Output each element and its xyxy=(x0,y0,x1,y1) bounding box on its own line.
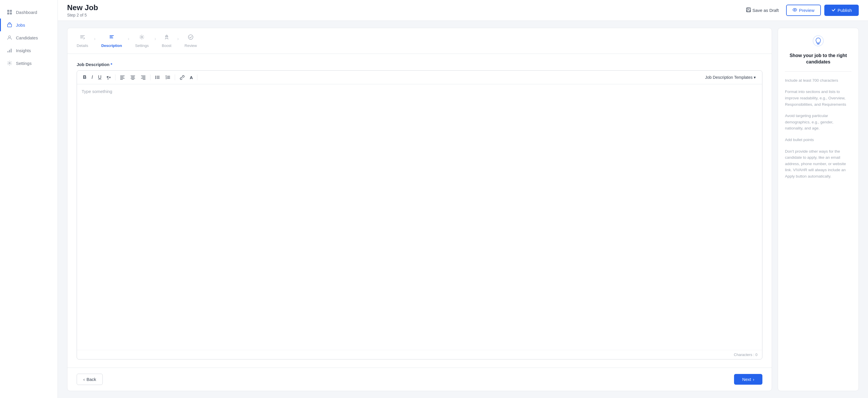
lightbulb-icon xyxy=(785,35,851,49)
sidebar-item-label: Dashboard xyxy=(16,10,37,15)
toolbar-divider-4 xyxy=(197,75,197,80)
sidebar: Dashboard Jobs Candidates Insights xyxy=(0,0,58,398)
dropdown-arrow-icon: ▾ xyxy=(109,76,111,79)
sidebar-item-label: Jobs xyxy=(16,23,25,28)
sidebar-item-label: Candidates xyxy=(16,35,38,40)
content-area: Details › Description › xyxy=(58,21,868,398)
editor-placeholder: Type something xyxy=(82,89,112,94)
right-panel-title: Show your job to the right candidates xyxy=(785,52,851,65)
svg-point-18 xyxy=(155,78,156,79)
next-button[interactable]: Next › xyxy=(734,374,763,385)
editor-toolbar: B I U ¶ ▾ xyxy=(77,71,762,84)
bold-button[interactable]: B xyxy=(81,74,89,81)
publish-button[interactable]: Publish xyxy=(824,5,859,16)
svg-point-17 xyxy=(155,77,156,78)
step-arrow-2: › xyxy=(128,36,129,46)
toolbar-divider-2 xyxy=(150,75,151,80)
save-draft-button[interactable]: Save as Draft xyxy=(742,5,783,16)
eye-icon xyxy=(793,7,797,13)
preview-button[interactable]: Preview xyxy=(786,5,820,16)
stepper: Details › Description › xyxy=(67,28,772,54)
sidebar-item-dashboard[interactable]: Dashboard xyxy=(0,6,58,19)
toolbar-divider-1 xyxy=(115,75,116,80)
candidates-icon xyxy=(7,35,12,40)
back-button[interactable]: ‹ Back xyxy=(77,374,103,385)
details-step-icon xyxy=(79,34,86,42)
link-button[interactable] xyxy=(177,74,187,81)
job-description-label: Job Description * xyxy=(77,62,763,67)
header-actions: Save as Draft Preview Publish xyxy=(742,5,859,16)
panel-divider xyxy=(785,71,851,72)
tip-2: Format into sections and lists to improv… xyxy=(785,89,851,108)
boost-step-icon xyxy=(163,34,170,42)
top-header: New Job Step 2 of 5 Save as Draft xyxy=(58,0,868,21)
paragraph-button[interactable]: ¶ ▾ xyxy=(105,74,113,81)
step-settings[interactable]: Settings xyxy=(135,34,149,48)
svg-rect-7 xyxy=(9,50,10,52)
settings-step-icon xyxy=(138,34,145,42)
sidebar-item-candidates[interactable]: Candidates xyxy=(0,31,58,44)
italic-button[interactable]: I xyxy=(90,74,95,81)
bullet-list-button[interactable] xyxy=(153,74,162,81)
step-settings-label: Settings xyxy=(135,44,149,48)
align-right-button[interactable] xyxy=(138,74,148,81)
step-description[interactable]: Description xyxy=(101,34,122,48)
sidebar-item-label: Settings xyxy=(16,61,32,66)
step-review[interactable]: Review xyxy=(185,34,197,48)
header-left: New Job Step 2 of 5 xyxy=(67,3,98,18)
chevron-down-icon: ▾ xyxy=(754,75,756,80)
floppy-icon xyxy=(746,7,751,13)
settings-icon xyxy=(7,60,12,66)
svg-point-15 xyxy=(188,35,193,39)
svg-rect-3 xyxy=(10,12,12,15)
dashboard-icon xyxy=(7,9,12,15)
right-panel: Show your job to the right candidates In… xyxy=(778,28,859,391)
check-icon xyxy=(831,7,836,13)
jobs-icon xyxy=(7,22,12,28)
step-details-label: Details xyxy=(77,44,88,48)
step-arrow-1: › xyxy=(94,36,95,46)
align-center-button[interactable] xyxy=(128,74,137,81)
svg-rect-6 xyxy=(7,51,8,52)
font-button[interactable]: A xyxy=(188,74,195,81)
form-area: Job Description * B I U ¶ ▾ xyxy=(67,54,772,368)
align-left-button[interactable] xyxy=(118,74,127,81)
chevron-left-icon: ‹ xyxy=(83,377,85,382)
sidebar-item-label: Insights xyxy=(16,48,31,53)
sidebar-item-insights[interactable]: Insights xyxy=(0,44,58,57)
svg-rect-8 xyxy=(11,49,11,52)
editor-content[interactable]: Type something xyxy=(77,84,762,350)
step-arrow-4: › xyxy=(177,36,179,46)
required-indicator: * xyxy=(111,62,112,67)
card-footer: ‹ Back Next › xyxy=(67,368,772,391)
tip-5: Don't provide other ways for the candida… xyxy=(785,148,851,179)
character-count: Characters : 0 xyxy=(77,350,762,359)
numbered-list-button[interactable] xyxy=(163,74,173,81)
sidebar-item-jobs[interactable]: Jobs xyxy=(0,19,58,31)
svg-rect-0 xyxy=(7,10,9,12)
review-step-icon xyxy=(187,34,194,42)
tip-4: Add bullet points xyxy=(785,137,851,143)
svg-rect-2 xyxy=(7,12,9,15)
description-step-icon xyxy=(108,34,115,42)
svg-point-16 xyxy=(155,76,156,77)
svg-rect-4 xyxy=(7,24,11,27)
underline-button[interactable]: U xyxy=(96,74,103,81)
main-content: New Job Step 2 of 5 Save as Draft xyxy=(58,0,868,398)
step-boost[interactable]: Boost xyxy=(162,34,171,48)
templates-button[interactable]: Job Description Templates ▾ xyxy=(703,74,758,81)
svg-point-5 xyxy=(9,36,11,38)
svg-rect-12 xyxy=(747,10,750,11)
svg-point-14 xyxy=(141,36,143,38)
sidebar-item-settings[interactable]: Settings xyxy=(0,57,58,69)
step-description-label: Description xyxy=(101,44,122,48)
step-arrow-3: › xyxy=(155,36,156,46)
page-subtitle: Step 2 of 5 xyxy=(67,13,98,18)
chevron-right-icon: › xyxy=(753,377,754,382)
step-details[interactable]: Details xyxy=(77,34,88,48)
insights-icon xyxy=(7,48,12,53)
tip-1: Include at least 700 characters xyxy=(785,77,851,84)
tip-3: Avoid targeting particular demographics,… xyxy=(785,113,851,132)
step-review-label: Review xyxy=(185,44,197,48)
rich-text-editor[interactable]: B I U ¶ ▾ xyxy=(77,70,763,360)
